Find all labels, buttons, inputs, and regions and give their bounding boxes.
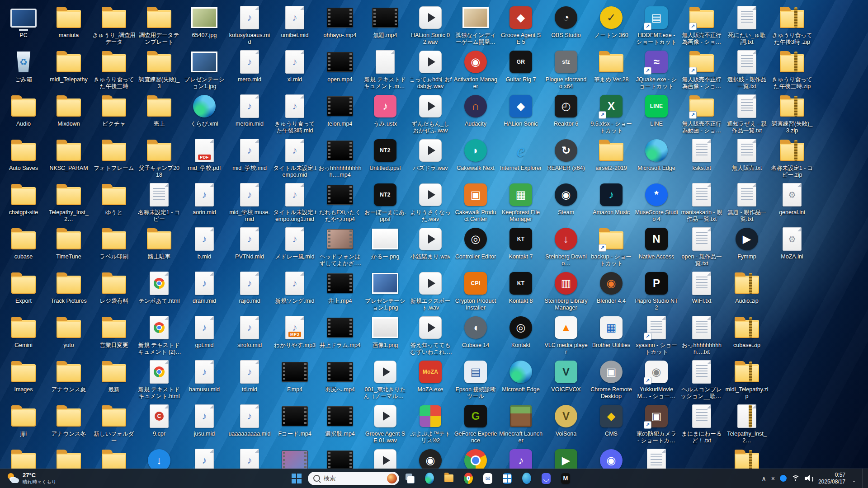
desktop-icon[interactable]: MoZAMoZA.exe [408,357,453,401]
desktop-icon[interactable]: テンポあて.html [137,268,182,313]
desktop-icon[interactable]: ↗syasinn - ショートカット [634,313,679,357]
desktop-icon[interactable]: GRGuitar Rig 7 [498,47,543,91]
desktop-icon[interactable]: ∩Audacity [453,91,498,136]
desktop-icon[interactable]: PPiapro Studio NT2 [634,268,679,313]
desktop-icon[interactable]: ≈↗JQuake.exe - ショートカット [634,47,679,91]
desktop-icon[interactable]: ▦Brother Utilities [589,313,634,357]
desktop-icon[interactable]: くらび.xml [182,91,227,136]
desktop-icon[interactable]: ラベル印刷 [91,224,137,268]
desktop-icon[interactable]: 新規 テキストドキュメント.html [137,357,182,401]
desktop-icon[interactable]: ▶ [543,446,589,469]
desktop-icon[interactable]: 名称未設定1 - コピー [137,180,182,224]
desktop-icon[interactable]: Groove Agent SE 01.wav [363,401,408,446]
desktop-icon[interactable]: yuto [46,313,91,357]
desktop-icon[interactable]: Mixdown [46,91,91,136]
taskbar-clock[interactable]: 0:57 2025/08/17 [818,472,845,485]
desktop-icon[interactable]: 路上駐車 [137,224,182,268]
taskbar-app-skype[interactable] [520,471,533,486]
desktop-icon[interactable]: midi_Telepathy [46,47,91,91]
desktop-icon[interactable]: ♪jusu.mid [182,401,227,446]
desktop-icon[interactable]: 死にたい_ゅ歌詞.txt [724,3,769,47]
desktop-icon[interactable]: 通知ラぜえ - 親作品一覧.txt [724,91,769,136]
taskbar-app-discord[interactable]: ◡ [539,471,553,486]
desktop-icon[interactable]: ◔OBS Studio [543,3,589,47]
desktop-icon[interactable]: ♪Amazon Music [589,180,634,224]
desktop-icon[interactable]: ♪sirofo.mid [227,313,272,357]
desktop-icon[interactable]: 新規エクスポート.wav [408,268,453,313]
desktop-icon[interactable]: ▣↗家の防犯カメラ - ショートカット [634,401,679,446]
desktop-icon[interactable]: 調査用データテンプレート [137,3,182,47]
desktop-icon[interactable]: ◉Steam [543,180,589,224]
desktop-icon[interactable]: ♻ごみ箱 [1,47,46,91]
desktop-icon[interactable]: ぷよぷよ™テトリス®2 [408,401,453,446]
desktop-icon[interactable]: ◉ [408,446,453,469]
taskbar-app-task-view[interactable] [403,471,417,486]
taskbar-app-microsoft-edge[interactable] [423,471,436,486]
desktop-icon[interactable]: ♪タイトル未設定.tempo.orig1.mid [272,180,317,224]
desktop-icon[interactable]: Export [1,268,46,313]
desktop-icon[interactable]: だれもFXいたくたやつ.mp4 [317,180,363,224]
desktop-icon[interactable]: きゅうり食ってた午後3時 .zip [769,3,815,47]
desktop-icon[interactable]: ↓ [137,446,182,469]
desktop-icon[interactable]: ▦Keepforest File Manager [498,180,543,224]
desktop-icon[interactable]: 羽尻へ.mp4 [317,357,363,401]
desktop-icon[interactable]: ♪タイトル未設定.tempo.mid [272,136,317,180]
desktop-icon[interactable]: ↻REAPER (x64) [543,136,589,180]
desktop-icon[interactable]: ♪dram.mid [182,268,227,313]
desktop-icon[interactable]: airset2-2019 [589,136,634,180]
desktop-icon[interactable]: VVOICEVOX [543,357,589,401]
desktop-icon[interactable] [91,446,137,469]
desktop-icon[interactable]: 選択肢 - 親作品一覧.txt [724,47,769,91]
desktop-icon[interactable]: NKSC_PARAM [46,136,91,180]
tray-close-app-icon[interactable]: × [771,475,775,482]
desktop-icon[interactable]: KTKontakt 8 [498,268,543,313]
desktop-icon[interactable]: ✓ノートン 360 [589,3,634,47]
desktop-icon[interactable] [634,446,679,469]
taskbar-search[interactable]: 検索 [308,472,399,485]
desktop-icon[interactable]: ◉Activation Manager [453,47,498,91]
desktop-icon[interactable]: chatgpt-site [1,180,46,224]
desktop-icon[interactable]: HALion Sonic 02.wav [408,3,453,47]
desktop-icon[interactable]: 小銭諸まり.wav [408,224,453,268]
taskbar-app-file-explorer[interactable] [442,471,456,486]
desktop-icon[interactable]: 孤独なインディーゲーム開発者の一生… [453,3,498,47]
desktop-icon[interactable]: ♪MP3わかりやす.mp3 [272,313,317,357]
desktop-icon[interactable]: sfzPlogue sforzando x64 [543,47,589,91]
desktop-icon[interactable]: midi_Telepathy.zip [724,357,769,401]
desktop-icon[interactable] [317,446,363,469]
desktop-icon[interactable]: Telepathy_Inst_2… [46,180,91,224]
desktop-icon[interactable]: 調査練習(失敗)_3.zip [769,91,815,136]
desktop-icon[interactable]: 筆まめ Ver.28 [589,47,634,91]
desktop-icon[interactable]: 新規 テキストドキュメント.musicxml [363,47,408,91]
desktop-icon[interactable]: アナウンス夏 [46,357,91,401]
desktop-icon[interactable]: 画像1.png [363,313,408,357]
desktop-icon[interactable]: ↗無人販売不正行為画像 - ショートカット [679,47,724,91]
desktop-icon[interactable]: ♪kotusytuaaus.mid [227,3,272,47]
desktop-icon[interactable]: ⚙general.ini [769,180,815,224]
desktop-icon[interactable]: ↗backup - ショートカット [589,224,634,268]
desktop-icon[interactable]: 調査練習(失敗)_3 [137,47,182,91]
desktop-icon[interactable]: ◉ [589,446,634,469]
desktop-icon[interactable]: 65407.jpg [182,3,227,47]
desktop-icon[interactable]: NT2Untitled.ppsf [363,136,408,180]
desktop-icon[interactable]: 001_東北きりたん（ノーマル）_今じゃ… [363,357,408,401]
desktop-icon[interactable]: Microsoft Edge [634,136,679,180]
desktop-icon[interactable]: ▥Steinberg Library Manager [543,268,589,313]
desktop-icon[interactable]: Fコード.mp4 [272,401,317,446]
desktop-icon[interactable]: Gemini [1,313,46,357]
desktop-icon[interactable]: 選択肢.mp4 [317,401,363,446]
desktop-icon[interactable]: ↗無人販売不正行為動画 - ショートカット [679,91,724,136]
desktop-icon[interactable]: GGeForce Experience [453,401,498,446]
desktop-icon[interactable]: open.mp4 [317,47,363,91]
desktop-icon[interactable]: フォトフレーム [91,136,137,180]
desktop-icon[interactable]: PDFmid_学校.pdf [182,136,227,180]
weather-widget[interactable]: 27°C 晴れ時々くもり [5,469,59,488]
desktop-icon[interactable]: PC [1,3,46,47]
desktop-icon[interactable]: ♪メドレー風.mid [272,224,317,268]
desktop-icon[interactable]: open - 親作品一覧.txt [679,224,724,268]
desktop-icon[interactable]: ▣Chrome Remote Desktop [589,357,634,401]
desktop-icon[interactable]: 井上.mp4 [317,268,363,313]
desktop-icon[interactable]: cubase [1,224,46,268]
desktop-icon[interactable]: 答え知っててもむずいわこれ.wav [408,313,453,357]
desktop-icon[interactable]: F.mp4 [272,357,317,401]
